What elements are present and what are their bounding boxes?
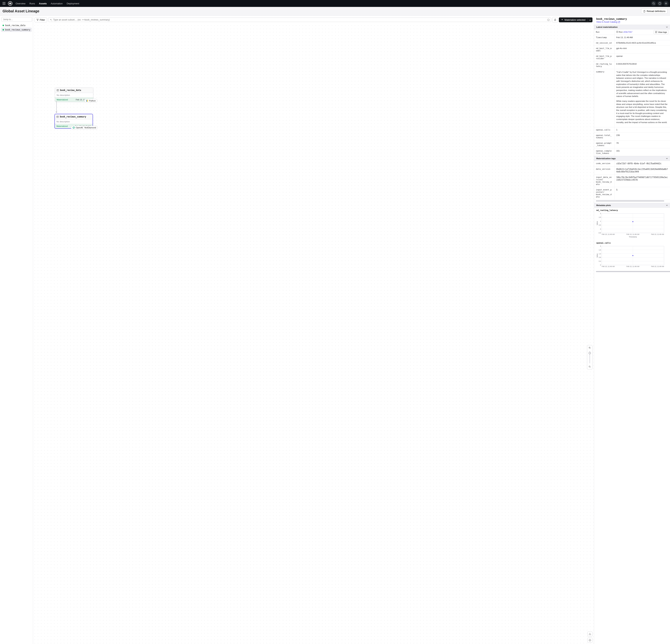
horizontal-scroll-indicator[interactable]	[596, 271, 670, 272]
tag-label: OpenAI	[76, 126, 83, 129]
reload-definitions-button[interactable]: Reload definitions	[641, 9, 668, 14]
run-prefix: Run	[619, 31, 623, 33]
kv-row: nd_session_id870b4b9a-81c6-4423-ac4d-61e…	[594, 40, 670, 46]
chevron-down-icon	[666, 205, 668, 206]
zoom-in-button[interactable]	[588, 346, 592, 350]
kv-val: 5	[614, 187, 670, 200]
kv-key: openai.total_tokens	[594, 133, 614, 140]
view-logs-button[interactable]: View logs	[654, 30, 669, 34]
subset-input[interactable]	[53, 18, 546, 21]
zoom-out-icon	[589, 366, 591, 368]
catalog-link-label: View in Asset Catalog	[596, 21, 617, 23]
filter-button[interactable]: Filter	[35, 17, 47, 22]
kv-key: nd_session_id	[594, 40, 614, 45]
svg-text:2: 2	[600, 245, 601, 247]
kv-val: 0.9431359767913818	[614, 61, 670, 69]
materialize-label: Materialize selected	[564, 18, 585, 21]
kv-val: 1	[614, 127, 670, 133]
svg-point-4	[666, 3, 666, 4]
help-icon[interactable]: ?	[657, 1, 662, 6]
sparkle-icon	[50, 19, 52, 21]
svg-text:0.4: 0.4	[599, 260, 601, 262]
svg-text:?: ?	[659, 2, 660, 4]
reload-label: Reload definitions	[647, 10, 666, 13]
nav-assets[interactable]: Assets	[37, 1, 49, 6]
zoom-in-icon	[589, 347, 591, 349]
asset-node-status: Materialized	[56, 125, 68, 127]
zoom-out-button[interactable]	[588, 365, 592, 369]
svg-text:Feb 13, 11:49 AM: Feb 13, 11:49 AM	[627, 233, 639, 235]
asset-name: book_reviews_summary	[5, 28, 30, 31]
asset-tree-item[interactable]: book_reviews_summary	[1, 28, 32, 32]
section-metadata-plots[interactable]: Metadata plots	[594, 203, 670, 208]
section-materialization-tags[interactable]: Materialization tags	[594, 156, 670, 161]
table-icon	[57, 89, 59, 92]
nav-runs[interactable]: Runs	[28, 1, 37, 6]
asset-node-desc: No description	[55, 93, 93, 97]
nav-overview[interactable]: Overview	[14, 1, 27, 6]
kv-row: openai.completion_tokens161	[594, 148, 670, 156]
refresh-graph-button[interactable]	[552, 17, 558, 23]
nav-deployment[interactable]: Deployment	[65, 1, 81, 6]
tree-icon	[589, 633, 591, 635]
kv-val: gpt-4o-mini	[614, 46, 670, 53]
horizontal-scroll-indicator[interactable]	[596, 201, 664, 202]
run-id-link[interactable]: c83e72b7	[623, 31, 633, 33]
subset-input-wrapper[interactable]: i	[48, 18, 551, 22]
details-title: book_reviews_summary	[594, 16, 670, 21]
view-in-catalog-link[interactable]: View in Asset Catalog	[594, 21, 670, 25]
zoom-slider-thumb[interactable]	[589, 352, 591, 354]
svg-text:Value: Value	[596, 221, 598, 225]
kv-val: 161	[614, 148, 670, 156]
section-label: Latest materialization	[596, 26, 618, 28]
svg-text:0: 0	[600, 264, 601, 266]
plot-svg: -0.500.511.52Feb 13, 11:49 AMFeb 13, 11:…	[596, 213, 665, 238]
external-link-icon	[618, 21, 620, 23]
kv-val: 239	[614, 133, 670, 140]
svg-text:1: 1	[600, 220, 601, 222]
svg-text:1.5: 1.5	[599, 217, 601, 218]
summary-paragraph: "Cat's Cradle" by Kurt Vonnegut is a tho…	[616, 71, 668, 98]
asset-tree-panel: book_review_data book_reviews_summary	[0, 16, 33, 644]
nav-links: Overview Runs Assets Automation Deployme…	[14, 1, 81, 6]
layout-toggle-button[interactable]	[587, 631, 592, 636]
kv-row: nd_best_llm_provideropenai	[594, 54, 670, 61]
kv-row: code_versionc83e72b7-89f8-4b4e-b1ef-0b17…	[594, 161, 670, 166]
settings-icon[interactable]	[664, 1, 669, 6]
asset-tree-item[interactable]: book_review_data	[1, 23, 32, 28]
kv-key: Timestamp	[594, 35, 614, 40]
section-latest-materialization[interactable]: Latest materialization	[594, 25, 670, 29]
reload-icon	[643, 10, 646, 13]
status-dot-icon	[2, 29, 4, 30]
materialize-selected-button[interactable]: Materialize selected	[559, 17, 588, 22]
svg-text:Value: Value	[596, 254, 598, 258]
asset-node-header: book_review_data	[55, 88, 93, 93]
section-label: Metadata plots	[596, 204, 611, 206]
filter-icon	[37, 19, 39, 21]
page-header: Global Asset Lineage Reload definitions	[0, 7, 670, 15]
kv-val: 0bd622c1af10a010c2ec235a6911b026e689da8b…	[614, 166, 670, 175]
lineage-graph[interactable]: book_review_data No description Material…	[33, 24, 594, 644]
svg-text:1.6: 1.6	[599, 249, 601, 251]
info-icon[interactable]: i	[547, 19, 550, 21]
zoom-slider[interactable]	[589, 351, 590, 364]
asset-name: book_review_data	[5, 24, 25, 27]
jump-to-input[interactable]	[1, 17, 32, 22]
search-icon[interactable]	[651, 1, 656, 6]
fit-view-button[interactable]	[587, 638, 592, 643]
kv-key: nd_best_llm_provider	[594, 54, 614, 61]
svg-text:1.2: 1.2	[599, 253, 601, 255]
materialize-dropdown[interactable]	[588, 17, 592, 22]
arrow-icon	[56, 112, 57, 113]
kv-key: input_event_pointer/ book_review_data	[594, 187, 614, 200]
kv-row-summary: summary "Cat's Cradle" by Kurt Vonnegut …	[594, 69, 670, 127]
kv-val: Run c83e72b7 View logs	[614, 29, 670, 35]
svg-text:Feb 13, 11:49 AM: Feb 13, 11:49 AM	[602, 265, 615, 268]
hamburger-icon[interactable]	[1, 1, 6, 6]
nav-automation[interactable]: Automation	[49, 1, 65, 6]
zoom-controls	[587, 345, 592, 369]
plot-svg: 00.40.81.21.62Feb 13, 11:49 AMFeb 13, 11…	[596, 245, 665, 268]
materialize-icon	[561, 19, 563, 21]
asset-node-status: Materialized	[57, 98, 68, 101]
dagster-logo-icon[interactable]	[8, 1, 13, 6]
